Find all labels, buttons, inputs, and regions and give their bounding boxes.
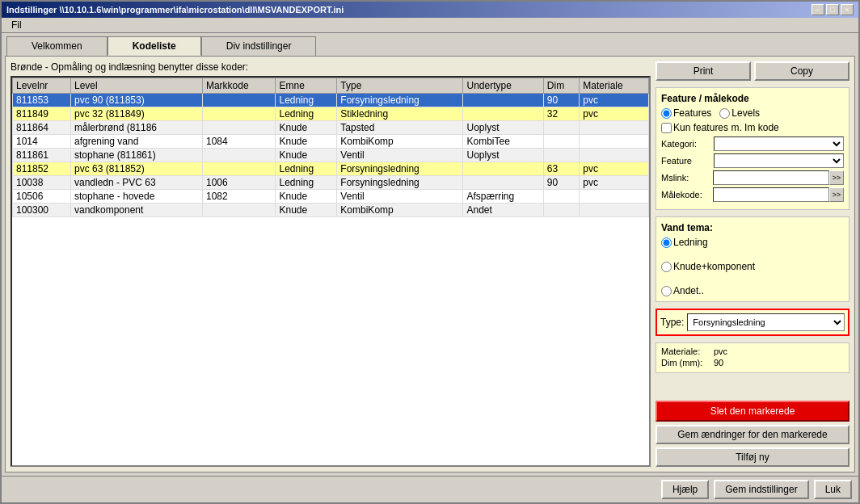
table-row[interactable]: 811853pvc 90 (811853)LedningForsyningsle… bbox=[13, 94, 649, 107]
radio-ledning-input[interactable] bbox=[661, 237, 672, 248]
dim-value: 90 bbox=[714, 358, 723, 368]
menu-item-fil[interactable]: Fil bbox=[5, 18, 28, 32]
tab-bar: Velkommen Kodeliste Div indstillinger bbox=[2, 33, 858, 56]
type-select[interactable]: Forsyningsledning Stikledning Tapsted Ko… bbox=[687, 313, 845, 331]
table-body: 811853pvc 90 (811853)LedningForsyningsle… bbox=[13, 94, 649, 217]
save-changes-button[interactable]: Gem ændringer for den markerede bbox=[656, 425, 849, 444]
bottom-buttons: Slet den markerede Gem ændringer for den… bbox=[656, 397, 849, 467]
table-row[interactable]: 10506stophane - hovede1082KnudeVentilAfs… bbox=[13, 190, 649, 204]
tab-div[interactable]: Div indstillinger bbox=[201, 36, 317, 56]
radio-features[interactable]: Features bbox=[661, 107, 711, 119]
malekode-row: Målekode: >> bbox=[661, 187, 844, 202]
table-row[interactable]: 811861stophane (811861)KnudeVentilUoplys… bbox=[13, 149, 649, 162]
feature-box: Feature / målekode Features Levels bbox=[656, 87, 849, 210]
table-row[interactable]: 1014afgrening vand1084KnudeKombiKompKomb… bbox=[13, 135, 649, 149]
table-header-row: Levelnr Level Markkode Emne Type Underty… bbox=[13, 78, 649, 94]
kategori-row: Kategori: bbox=[661, 136, 844, 151]
content-body: Brønde - Opmåling og indlæsning benytter… bbox=[6, 57, 854, 472]
col-undertype: Undertype bbox=[463, 78, 543, 94]
radio-levels-input[interactable] bbox=[719, 108, 730, 119]
panel-description: Brønde - Opmåling og indlæsning benytter… bbox=[11, 61, 651, 73]
table-row[interactable]: 811849pvc 32 (811849)LedningStikledning3… bbox=[13, 107, 649, 121]
col-type: Type bbox=[337, 78, 463, 94]
type-box: Type: Forsyningsledning Stikledning Taps… bbox=[656, 309, 849, 336]
feature-input-group bbox=[714, 153, 844, 168]
dim-label: Dim (mm): bbox=[661, 358, 714, 368]
materiale-label: Materiale: bbox=[661, 346, 714, 356]
feature-radio-group: Features Levels bbox=[661, 107, 844, 119]
col-emne: Emne bbox=[276, 78, 337, 94]
close-button[interactable]: Luk bbox=[814, 480, 852, 499]
add-new-button[interactable]: Tilføj ny bbox=[656, 447, 849, 467]
radio-knude-input[interactable] bbox=[661, 262, 672, 272]
malekode-arrow-button[interactable]: >> bbox=[829, 187, 844, 202]
delete-button[interactable]: Slet den markerede bbox=[656, 401, 849, 422]
title-bar-buttons: − □ × bbox=[812, 4, 854, 15]
table-container[interactable]: Levelnr Level Markkode Emne Type Underty… bbox=[11, 76, 651, 467]
radio-knude[interactable]: Knude+komponent bbox=[661, 261, 844, 272]
title-text: Indstillinger \\10.10.1.6\win\programmer… bbox=[6, 5, 344, 15]
feature-label: Feature bbox=[661, 156, 714, 166]
col-levelnr: Levelnr bbox=[13, 78, 71, 94]
table-row[interactable]: 811852pvc 63 (811852)LedningForsyningsle… bbox=[13, 162, 649, 176]
mslink-label: Mslink: bbox=[661, 173, 713, 183]
col-materiale: Materiale bbox=[580, 78, 649, 94]
save-settings-button[interactable]: Gem indstillinger bbox=[714, 480, 808, 499]
footer: Hjælp Gem indstillinger Luk bbox=[2, 476, 858, 502]
mslink-input-group: >> bbox=[713, 170, 844, 185]
radio-features-input[interactable] bbox=[661, 108, 672, 119]
radio-andet[interactable]: Andet.. bbox=[661, 285, 844, 296]
col-level: Level bbox=[70, 78, 202, 94]
menu-bar: Fil bbox=[2, 18, 858, 33]
materiale-value: pvc bbox=[714, 346, 727, 356]
col-markkode: Markkode bbox=[202, 78, 276, 94]
kategori-label: Kategori: bbox=[661, 139, 714, 149]
mslink-row: Mslink: >> bbox=[661, 170, 844, 185]
vand-tema-box: Vand tema: Ledning Knude+komponent Andet… bbox=[656, 216, 849, 302]
main-window: Indstillinger \\10.10.1.6\win\programmer… bbox=[0, 0, 860, 504]
tab-content: Brønde - Opmåling og indlæsning benytter… bbox=[5, 56, 855, 472]
tab-kodeliste[interactable]: Kodeliste bbox=[108, 36, 201, 56]
maximize-button[interactable]: □ bbox=[826, 4, 839, 15]
right-panel: Print Copy Feature / målekode Features L… bbox=[656, 61, 849, 467]
mslink-input[interactable] bbox=[713, 170, 829, 185]
checkbox-features[interactable]: Kun features m. Im kode bbox=[661, 122, 844, 133]
type-label: Type: bbox=[660, 317, 684, 328]
help-button[interactable]: Hjælp bbox=[661, 480, 709, 499]
close-window-button[interactable]: × bbox=[841, 4, 854, 15]
radio-andet-input[interactable] bbox=[661, 286, 672, 296]
materiale-row: Materiale: pvc bbox=[661, 346, 844, 356]
kategori-select[interactable] bbox=[714, 136, 844, 151]
table-row[interactable]: 10038vandledn - PVC 631006LedningForsyni… bbox=[13, 176, 649, 190]
table-row[interactable]: 100300vandkomponentKnudeKombiKompAndet bbox=[13, 204, 649, 217]
data-table: Levelnr Level Markkode Emne Type Underty… bbox=[12, 78, 649, 217]
radio-levels[interactable]: Levels bbox=[719, 107, 760, 119]
vand-tema-title: Vand tema: bbox=[661, 222, 844, 233]
feature-box-title: Feature / målekode bbox=[661, 93, 844, 104]
malekode-input[interactable] bbox=[713, 187, 829, 202]
malekode-input-group: >> bbox=[713, 187, 844, 202]
feature-row: Feature bbox=[661, 153, 844, 168]
checkbox-features-input[interactable] bbox=[661, 123, 672, 133]
mslink-arrow-button[interactable]: >> bbox=[829, 170, 844, 185]
dim-row: Dim (mm): 90 bbox=[661, 358, 844, 368]
top-buttons: Print Copy bbox=[656, 61, 849, 81]
kategori-input-group bbox=[714, 136, 844, 151]
feature-select[interactable] bbox=[714, 153, 844, 168]
minimize-button[interactable]: − bbox=[812, 4, 824, 15]
materiale-dim-box: Materiale: pvc Dim (mm): 90 bbox=[656, 342, 849, 373]
copy-button[interactable]: Copy bbox=[754, 61, 849, 81]
malekode-label: Målekode: bbox=[661, 190, 713, 200]
left-panel: Brønde - Opmåling og indlæsning benytter… bbox=[11, 61, 651, 467]
print-button[interactable]: Print bbox=[656, 61, 751, 81]
radio-ledning[interactable]: Ledning bbox=[661, 237, 844, 248]
col-dim: Dim bbox=[543, 78, 580, 94]
tab-velkommen[interactable]: Velkommen bbox=[6, 36, 108, 56]
table-row[interactable]: 811864målerbrønd (81186KnudeTapstedUoply… bbox=[13, 121, 649, 135]
title-bar: Indstillinger \\10.10.1.6\win\programmer… bbox=[2, 2, 858, 18]
type-row: Type: Forsyningsledning Stikledning Taps… bbox=[660, 313, 845, 331]
